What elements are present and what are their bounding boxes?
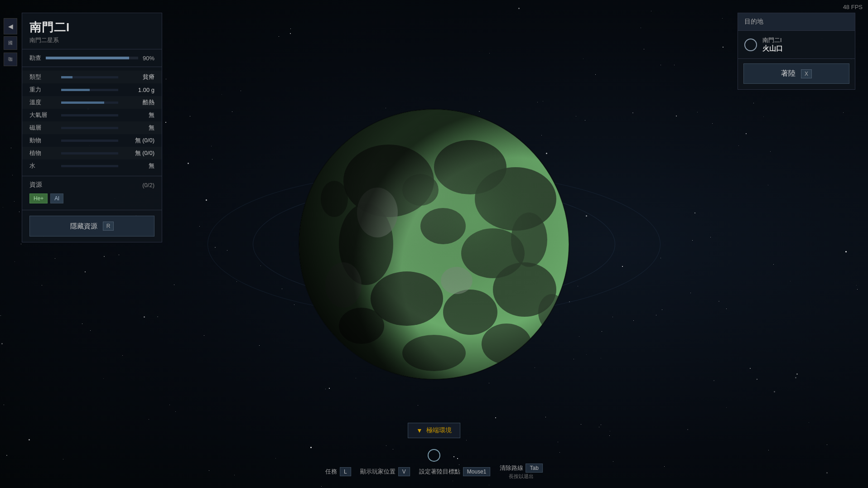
planet-name: 南門二I (29, 19, 154, 35)
bottom-hud: 任務 L 顯示玩家位置 V 設定著陸目標點 Mouse1 清除路線 Tab 長按… (325, 464, 543, 480)
hud-item-inner: 清除路線 Tab (500, 464, 543, 473)
stat-label: 溫度 (29, 98, 57, 106)
stat-bar (61, 127, 118, 129)
stat-value: 無 (123, 111, 154, 119)
planet-sphere (298, 108, 570, 380)
dest-header: 目的地 (738, 13, 855, 31)
stat-bar (61, 89, 118, 91)
dest-location: 火山口 (762, 44, 783, 53)
stat-value: 1.00 g (123, 87, 154, 93)
stat-row: 水 無 (22, 159, 162, 172)
extreme-label: 極端環境 (426, 426, 452, 435)
hide-resources-button[interactable]: 隱藏資源 R (29, 216, 154, 237)
hud-key: Mouse1 (463, 467, 491, 476)
side-icons: 國 咖 (4, 36, 17, 66)
stat-value: 無 (0/0) (123, 149, 154, 157)
stat-label: 重力 (29, 86, 57, 94)
resource-chips: He+Al (29, 193, 154, 203)
hud-key: L (340, 467, 351, 476)
stat-value: 無 (123, 162, 154, 170)
svg-point-24 (299, 109, 569, 379)
hud-item: 任務 L (325, 467, 351, 476)
stat-bar (61, 114, 118, 116)
dest-planet-name: 南門二I (762, 36, 783, 44)
hud-label: 設定著陸目標點 (419, 468, 460, 476)
land-label: 著陸 (781, 69, 796, 78)
hide-resources-key: R (103, 222, 114, 231)
hud-item-inner: 任務 L (325, 467, 351, 476)
stat-row: 磁層 無 (22, 121, 162, 134)
stat-label: 大氣層 (29, 111, 57, 119)
survey-bar-fill (46, 57, 129, 59)
survey-bar-wrap (46, 57, 138, 59)
stat-row: 溫度 酷熱 (22, 96, 162, 109)
hud-item: 設定著陸目標點 Mouse1 (419, 467, 491, 476)
hud-label: 清除路線 (500, 464, 523, 472)
hud-key: V (398, 467, 410, 476)
stats-table: 類型 貧瘠 重力 1.00 g 溫度 酷熱 大氣層 無 磁層 無 動物 無 ( (22, 67, 162, 176)
extreme-badge: ▼ 極端環境 (408, 423, 460, 438)
fps-counter: 48 FPS (843, 4, 863, 10)
dest-info: 南門二I 火山口 (762, 36, 783, 53)
planet-area (275, 86, 593, 403)
land-button[interactable]: 著陸 X (743, 63, 849, 84)
dest-item: 南門二I 火山口 (738, 31, 855, 59)
stat-label: 植物 (29, 149, 57, 157)
survey-pct: 90% (143, 55, 154, 62)
stat-row: 植物 無 (0/0) (22, 147, 162, 159)
stat-row: 動物 無 (0/0) (22, 134, 162, 147)
stat-bar-fill (61, 101, 104, 104)
hud-sub: 長按以退出 (509, 473, 534, 480)
left-panel: 南門二I 南門二星系 勘查 90% 類型 貧瘠 重力 1.00 g 溫度 酷熱 … (22, 13, 162, 242)
hide-resources-label: 隱藏資源 (70, 222, 97, 231)
right-panel: 目的地 南門二I 火山口 著陸 X (738, 13, 855, 90)
stat-row: 大氣層 無 (22, 109, 162, 121)
warning-icon: ▼ (416, 427, 423, 434)
hud-item: 清除路線 Tab 長按以退出 (500, 464, 543, 480)
side-icon-1[interactable]: 國 (4, 36, 17, 50)
planet-system: 南門二星系 (29, 36, 154, 44)
stat-value: 酷熱 (123, 98, 154, 106)
hud-label: 任務 (325, 468, 337, 476)
stat-bar-fill (61, 76, 72, 78)
panel-header: 南門二I 南門二星系 (22, 13, 162, 49)
collapse-button[interactable]: ◀ (4, 18, 17, 34)
stat-bar (61, 152, 118, 155)
resources-section: 資源 (0/2) He+Al (22, 176, 162, 210)
resource-chip[interactable]: Al (50, 193, 63, 203)
stat-label: 磁層 (29, 124, 57, 132)
stat-bar (61, 76, 118, 78)
stat-bar (61, 165, 118, 167)
stat-bar (61, 101, 118, 104)
resources-title: 資源 (29, 181, 42, 189)
stat-row: 重力 1.00 g (22, 83, 162, 96)
hud-label: 顯示玩家位置 (360, 468, 395, 476)
stat-bar (61, 140, 118, 142)
resources-header: 資源 (0/2) (29, 181, 154, 189)
stat-bar-fill (61, 89, 90, 91)
dest-planet-icon (744, 39, 757, 51)
resources-count: (0/2) (142, 182, 154, 188)
resource-chip[interactable]: He+ (29, 193, 48, 203)
stat-value: 無 (123, 124, 154, 132)
land-key: X (801, 69, 812, 78)
survey-label: 勘查 (29, 54, 41, 62)
orbit-indicator (428, 449, 440, 462)
stat-label: 類型 (29, 73, 57, 81)
hud-item-inner: 顯示玩家位置 V (360, 467, 410, 476)
hud-item-inner: 設定著陸目標點 Mouse1 (419, 467, 491, 476)
stat-label: 動物 (29, 136, 57, 145)
stat-value: 無 (0/0) (123, 136, 154, 145)
stat-row: 類型 貧瘠 (22, 71, 162, 83)
hud-key: Tab (526, 464, 543, 473)
stat-value: 貧瘠 (123, 73, 154, 81)
side-icon-2[interactable]: 咖 (4, 53, 17, 66)
stat-label: 水 (29, 162, 57, 170)
survey-section: 勘查 90% (22, 49, 162, 67)
hud-item: 顯示玩家位置 V (360, 467, 410, 476)
